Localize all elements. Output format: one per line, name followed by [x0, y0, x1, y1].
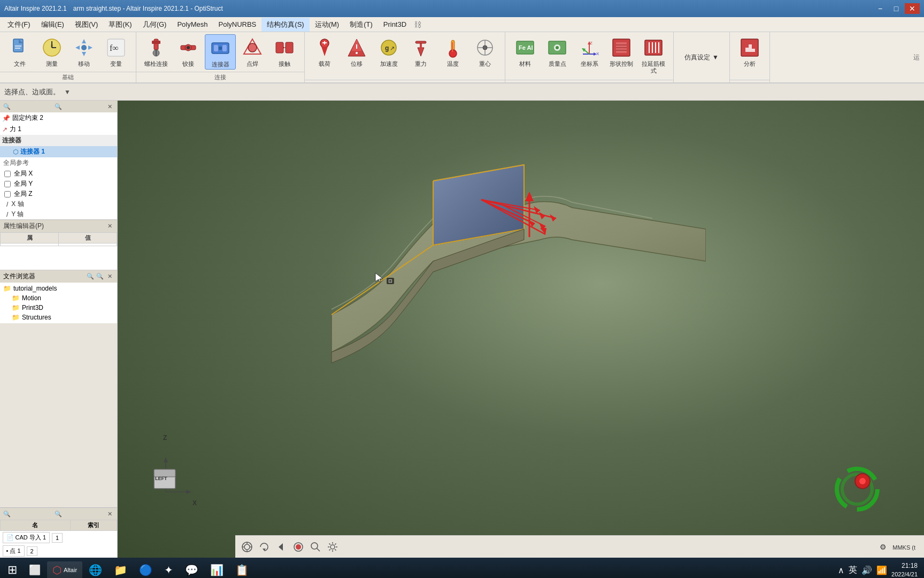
- explorer-btn[interactable]: 📁: [109, 561, 133, 578]
- browser-search-icon2[interactable]: 🔍: [96, 272, 104, 281]
- task-app4-btn[interactable]: 📋: [230, 561, 254, 578]
- view-rotate-btn[interactable]: [257, 539, 272, 554]
- index-row-cad[interactable]: 📄 CAD 导入 1 1: [1, 531, 71, 544]
- toolbar-material[interactable]: Fe Al 材料: [510, 34, 541, 78]
- toolbar-temperature[interactable]: 温度: [437, 34, 468, 78]
- toolbar-mass-point-label: 质量点: [549, 60, 566, 67]
- folder-icon4: 📁: [12, 314, 20, 321]
- index-search-icon1[interactable]: 🔍: [3, 511, 11, 518]
- tray-volume[interactable]: 🔊: [861, 565, 872, 575]
- toolbar-section-analysis: 分析: [730, 32, 770, 82]
- close-btn[interactable]: ✕: [905, 3, 920, 14]
- connector-1[interactable]: ⬡ 连接器 1: [0, 146, 117, 157]
- toolbar-displacement[interactable]: 位移: [341, 34, 372, 78]
- toolbar-coordinate[interactable]: ZX 坐标系: [574, 34, 605, 78]
- center-mass-icon: [473, 35, 497, 60]
- menu-sketch[interactable]: 草图(K): [103, 18, 137, 32]
- tray-network[interactable]: 📶: [876, 565, 887, 575]
- index-cad-name: 📄 CAD 导入 1: [3, 532, 50, 543]
- menu-view[interactable]: 视图(V): [70, 18, 103, 32]
- material-icon: Fe Al: [513, 35, 537, 60]
- global-z-check[interactable]: 全局 Z: [0, 189, 117, 199]
- toolbar-variable[interactable]: f∞ 变量: [101, 34, 132, 70]
- toolbar-measure[interactable]: 测量: [36, 34, 67, 70]
- browser-print3d[interactable]: 📁 Print3D: [1, 303, 116, 313]
- view-record-btn[interactable]: [291, 539, 306, 554]
- prop-close-icon[interactable]: ✕: [105, 222, 114, 231]
- toolbar-connector[interactable]: 连接器: [205, 34, 236, 70]
- constraint-fixed-2[interactable]: 📌 固定约束 2: [0, 112, 117, 124]
- browser-close-icon[interactable]: ✕: [105, 272, 114, 281]
- global-y-check[interactable]: 全局 Y: [0, 179, 117, 189]
- tray-up-arrow[interactable]: ∧: [838, 565, 844, 575]
- menu-edit[interactable]: 编辑(E): [36, 18, 70, 32]
- search-icon1[interactable]: 🔍: [3, 103, 11, 110]
- search-icon2[interactable]: 🔍: [55, 103, 62, 110]
- app2-btn[interactable]: ✦: [159, 561, 179, 578]
- sim-setting-btn[interactable]: 仿真设定 ▼: [680, 51, 723, 64]
- panel-close-icon[interactable]: ✕: [105, 102, 114, 111]
- navigation-cube[interactable]: LEFT Z X: [139, 449, 192, 504]
- prop-row: [1, 244, 117, 246]
- toolbar-acceleration-label: 加速度: [380, 60, 398, 67]
- toolbar-shape-ctrl[interactable]: 形状控制: [606, 34, 637, 78]
- toolbar-drawbead[interactable]: 拉延筋模式: [638, 34, 669, 78]
- toolbar-mass-point[interactable]: 质量点: [542, 34, 573, 78]
- rotation-gizmo[interactable]: [833, 465, 881, 515]
- edge-btn[interactable]: 🌐: [83, 561, 107, 578]
- browser-structures[interactable]: 📁 Structures: [1, 313, 116, 322]
- maximize-btn[interactable]: □: [889, 3, 904, 14]
- app2-icon: ✦: [164, 564, 173, 576]
- global-x-check[interactable]: 全局 X: [0, 169, 117, 179]
- global-ref-label: 全局参考: [0, 157, 117, 169]
- force-1[interactable]: ↗ 力 1: [0, 124, 117, 135]
- info-dropdown-icon[interactable]: ▼: [64, 88, 71, 96]
- spotweld-icon: [240, 35, 265, 60]
- viewport-3d[interactable]: LEFT Z X ⊡: [118, 101, 924, 558]
- menu-chain-icon[interactable]: ⛓: [414, 20, 421, 29]
- ppt-btn[interactable]: 📊: [205, 561, 229, 578]
- index-close-icon[interactable]: ✕: [105, 509, 114, 518]
- view-back-btn[interactable]: [274, 539, 289, 554]
- toolbar-center-mass[interactable]: 重心: [469, 34, 500, 78]
- minimize-btn[interactable]: −: [873, 3, 888, 14]
- menu-motion[interactable]: 运动(M): [310, 18, 345, 32]
- toolbar-spotweld[interactable]: 点焊: [237, 34, 268, 70]
- browser-search-icon1[interactable]: 🔍: [86, 272, 95, 281]
- toolbar-load[interactable]: 载荷: [309, 34, 340, 78]
- acceleration-icon: g↗: [376, 35, 401, 60]
- toolbar-contact[interactable]: 接触: [269, 34, 300, 70]
- browser-motion[interactable]: 📁 Motion: [1, 293, 116, 303]
- start-button[interactable]: ⊞: [2, 561, 22, 578]
- x-axis-item[interactable]: / X 轴: [0, 199, 117, 209]
- menu-manufacturing[interactable]: 制造(T): [344, 18, 378, 32]
- toolbar-hinge[interactable]: 铰接: [173, 34, 204, 70]
- view-search-btn[interactable]: [308, 539, 323, 554]
- menu-structural[interactable]: 结构仿真(S): [261, 18, 309, 32]
- toolbar-file[interactable]: 文件: [4, 34, 35, 70]
- toolbar-move-label: 移动: [78, 60, 90, 67]
- task-view-btn[interactable]: ⬜: [24, 562, 46, 578]
- toolbar-acceleration[interactable]: g↗ 加速度: [373, 34, 404, 78]
- y-axis-item[interactable]: / Y 轴: [0, 209, 117, 219]
- file-icon: [7, 35, 32, 60]
- toolbar-analysis[interactable]: 分析: [734, 34, 765, 78]
- menu-print3d[interactable]: Print3D: [378, 18, 412, 31]
- browser-tutorial-models[interactable]: 📁 tutorial_models: [1, 284, 116, 293]
- toolbar-bolt[interactable]: 螺栓连接: [141, 34, 172, 70]
- index-search-icon2[interactable]: 🔍: [55, 511, 62, 518]
- menu-polynurbs[interactable]: PolyNURBS: [213, 18, 262, 31]
- toolbar-move[interactable]: 移动: [68, 34, 99, 70]
- menu-geometry[interactable]: 几何(G): [137, 18, 172, 32]
- settings-icon[interactable]: ⚙: [880, 543, 887, 551]
- wechat-btn[interactable]: 💬: [180, 561, 204, 578]
- inspire-btn[interactable]: ⬡ Altair: [47, 561, 82, 578]
- view-camera-btn[interactable]: [240, 539, 255, 554]
- menu-file[interactable]: 文件(F): [2, 18, 36, 32]
- menu-polymesh[interactable]: PolyMesh: [172, 18, 213, 31]
- toolbar-gravity[interactable]: 重力: [405, 34, 436, 78]
- app1-btn[interactable]: 🔵: [134, 561, 158, 578]
- view-settings-btn[interactable]: [325, 539, 340, 554]
- tray-keyboard[interactable]: 英: [849, 565, 857, 576]
- index-row-point[interactable]: • 点 1 2: [1, 544, 71, 558]
